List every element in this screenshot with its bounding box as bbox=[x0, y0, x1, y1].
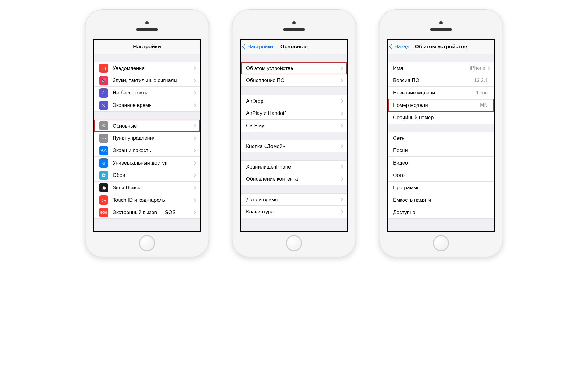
row-label: Об этом устройстве bbox=[246, 65, 340, 71]
notifications-icon: ▢ bbox=[99, 64, 108, 73]
chevron-right-icon bbox=[339, 177, 343, 181]
row-value: iPhone bbox=[472, 90, 488, 96]
row-airdrop[interactable]: AirDrop bbox=[241, 95, 347, 107]
page-title: Основные bbox=[280, 44, 308, 50]
chevron-right-icon bbox=[339, 66, 343, 70]
settings-row-siri[interactable]: ◉Siri и Поиск bbox=[94, 182, 200, 194]
row-network[interactable]: Сеть bbox=[388, 132, 494, 144]
row-value: MN bbox=[480, 103, 488, 108]
group-spacer bbox=[388, 54, 494, 62]
row-label: Песни bbox=[393, 147, 490, 153]
settings-row-sounds[interactable]: 🔊Звуки, тактильные сигналы bbox=[94, 74, 200, 87]
chevron-right-icon bbox=[192, 136, 196, 140]
row-label: Обновление ПО bbox=[246, 77, 340, 83]
settings-row-screentime[interactable]: ⧖Экранное время bbox=[94, 99, 200, 112]
row-update[interactable]: Обновление ПО bbox=[241, 74, 347, 87]
screen-general: Настройки Основные Об этом устройствеОбн… bbox=[240, 39, 348, 232]
settings-row-control[interactable]: ⋯Пункт управления bbox=[94, 132, 200, 144]
chevron-right-icon bbox=[339, 210, 343, 213]
row-available[interactable]: Доступно bbox=[388, 206, 494, 219]
wallpaper-icon: ✿ bbox=[99, 171, 108, 180]
row-videos[interactable]: Видео bbox=[388, 157, 494, 169]
group-spacer bbox=[94, 54, 200, 62]
row-label: Название модели bbox=[393, 90, 472, 96]
row-label: Фото bbox=[393, 172, 490, 178]
content[interactable]: ИмяiPhoneВерсия ПО13.3.1Название моделиi… bbox=[388, 54, 494, 231]
group-spacer bbox=[388, 124, 494, 132]
home-button[interactable] bbox=[286, 235, 302, 251]
row-label: Универсальный доступ bbox=[113, 160, 193, 166]
row-bgrefresh[interactable]: Обновление контента bbox=[241, 173, 347, 185]
row-serial[interactable]: Серийный номер bbox=[388, 112, 494, 124]
row-homebtn[interactable]: Кнопка «Домой» bbox=[241, 140, 347, 152]
row-label: Сеть bbox=[393, 135, 490, 141]
settings-row-display[interactable]: AAЭкран и яркость bbox=[94, 144, 200, 157]
settings-row-accessibility[interactable]: ⌾Универсальный доступ bbox=[94, 157, 200, 169]
chevron-left-icon bbox=[389, 44, 395, 49]
row-modelnum[interactable]: Номер моделиMN bbox=[388, 99, 494, 112]
settings-row-touchid[interactable]: ◎Touch ID и код-пароль bbox=[94, 194, 200, 206]
row-label: Программы bbox=[393, 185, 490, 191]
group-spacer bbox=[241, 87, 347, 95]
row-label: Экран и яркость bbox=[113, 147, 193, 153]
group-spacer bbox=[94, 112, 200, 120]
row-apps[interactable]: Программы bbox=[388, 182, 494, 194]
row-label: Кнопка «Домой» bbox=[246, 143, 340, 149]
row-label: Не беспокоить bbox=[113, 90, 193, 96]
touchid-icon: ◎ bbox=[99, 195, 108, 205]
settings-row-wallpaper[interactable]: ✿Обои bbox=[94, 169, 200, 182]
row-version[interactable]: Версия ПО13.3.1 bbox=[388, 74, 494, 87]
row-airplay[interactable]: AirPlay и Handoff bbox=[241, 107, 347, 120]
row-label: Экстренный вызов — SOS bbox=[113, 209, 193, 215]
screentime-icon: ⧖ bbox=[99, 101, 108, 110]
chevron-right-icon bbox=[192, 91, 196, 94]
row-name[interactable]: ИмяiPhone bbox=[388, 62, 494, 74]
row-modelname[interactable]: Название моделиiPhone bbox=[388, 87, 494, 99]
back-button[interactable]: Назад bbox=[390, 44, 409, 50]
control-icon: ⋯ bbox=[99, 134, 108, 143]
row-songs[interactable]: Песни bbox=[388, 144, 494, 157]
row-about[interactable]: Об этом устройстве bbox=[241, 62, 347, 74]
dnd-icon: ☾ bbox=[99, 88, 108, 98]
row-label: Видео bbox=[393, 160, 490, 166]
row-capacity[interactable]: Емкость памяти bbox=[388, 194, 494, 206]
settings-row-dnd[interactable]: ☾Не беспокоить bbox=[94, 87, 200, 99]
row-storage[interactable]: Хранилище iPhone bbox=[241, 160, 347, 173]
chevron-right-icon bbox=[339, 165, 343, 168]
chevron-right-icon bbox=[192, 186, 196, 189]
chevron-right-icon bbox=[192, 173, 196, 177]
row-label: Обновление контента bbox=[246, 176, 340, 182]
group-spacer bbox=[241, 185, 347, 193]
phone-mockup-general: Настройки Основные Об этом устройствеОбн… bbox=[232, 9, 356, 257]
home-button[interactable] bbox=[433, 235, 449, 251]
chevron-right-icon bbox=[339, 124, 343, 127]
accessibility-icon: ⌾ bbox=[99, 158, 108, 168]
back-label: Назад bbox=[394, 44, 409, 50]
content[interactable]: Об этом устройствеОбновление ПО AirDropA… bbox=[241, 54, 347, 231]
row-label: Доступно bbox=[393, 209, 490, 215]
page-title: Настройки bbox=[133, 44, 161, 50]
navbar: Настройки bbox=[94, 40, 200, 54]
row-carplay[interactable]: CarPlay bbox=[241, 120, 347, 132]
row-photos[interactable]: Фото bbox=[388, 169, 494, 182]
siri-icon: ◉ bbox=[99, 183, 108, 192]
row-label: Серийный номер bbox=[393, 115, 488, 121]
row-keyboard[interactable]: Клавиатура bbox=[241, 206, 347, 218]
row-label: Хранилище iPhone bbox=[246, 164, 340, 170]
row-label: Дата и время bbox=[246, 197, 340, 203]
settings-row-notifications[interactable]: ▢Уведомления bbox=[94, 62, 200, 74]
group-spacer bbox=[241, 54, 347, 62]
row-datetime[interactable]: Дата и время bbox=[241, 193, 347, 206]
row-value: iPhone bbox=[470, 65, 485, 71]
settings-row-sos[interactable]: SOSЭкстренный вызов — SOS bbox=[94, 206, 200, 219]
sos-icon: SOS bbox=[99, 208, 108, 217]
row-label: AirDrop bbox=[246, 98, 340, 104]
chevron-right-icon bbox=[339, 99, 343, 103]
chevron-right-icon bbox=[192, 66, 196, 70]
display-icon: AA bbox=[99, 146, 108, 155]
settings-row-general[interactable]: ⚙Основные bbox=[94, 120, 200, 132]
content[interactable]: ▢Уведомления🔊Звуки, тактильные сигналы☾Н… bbox=[94, 54, 200, 231]
back-button[interactable]: Настройки bbox=[243, 44, 273, 50]
home-button[interactable] bbox=[139, 235, 155, 251]
chevron-right-icon bbox=[339, 112, 343, 115]
